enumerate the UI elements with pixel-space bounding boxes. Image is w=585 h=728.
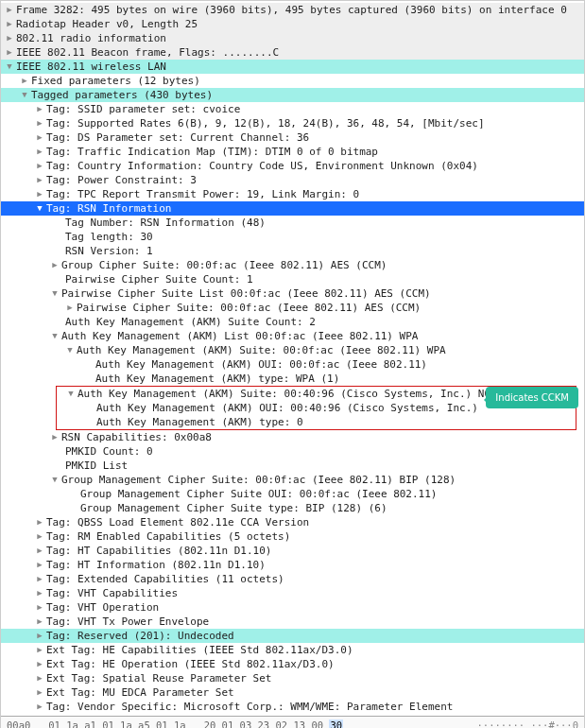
tree-row-akm1-oui[interactable]: Auth Key Management (AKM) OUI: 00:0f:ac … (1, 357, 584, 372)
label: Tag: Supported Rates 6(B), 9, 12(B), 18,… (46, 116, 485, 130)
label: Tag: RSN Information (46, 201, 171, 216)
label: Auth Key Management (AKM) Suite: 00:0f:a… (77, 343, 446, 357)
tree-row-pcslist[interactable]: ▼Pairwise Cipher Suite List 00:0f:ac (Ie… (1, 286, 584, 301)
hex-bytes-b: 20 01 03 23 02 13 00 (204, 719, 323, 728)
label: Radiotap Header v0, Length 25 (16, 17, 198, 31)
tree-row-akm1[interactable]: ▼Auth Key Management (AKM) Suite: 00:0f:… (1, 343, 584, 357)
disclosure-right-icon: ▶ (35, 159, 44, 173)
disclosure-down-icon: ▼ (50, 473, 60, 487)
tree-row-tpc[interactable]: ▶Tag: TPC Report Transmit Power: 19, Lin… (1, 187, 584, 201)
label: Tag: VHT Operation (46, 600, 159, 615)
label: Auth Key Management (AKM) type: 0 (96, 415, 303, 429)
disclosure-down-icon: ▼ (35, 201, 44, 216)
tree-row-power[interactable]: ▶Tag: Power Constraint: 3 (1, 173, 584, 187)
disclosure-right-icon: ▶ (35, 145, 44, 159)
tree-row-radiotap[interactable]: ▶Radiotap Header v0, Length 25 (1, 17, 584, 31)
tree-row-reserved[interactable]: ▶Tag: Reserved (201): Undecoded (1, 629, 584, 643)
disclosure-right-icon: ▶ (20, 74, 29, 88)
label: Auth Key Management (AKM) OUI: 00:0f:ac … (95, 357, 427, 372)
tree-row-vhttx[interactable]: ▶Tag: VHT Tx Power Envelope (1, 615, 584, 629)
tree-row-gmcs-type[interactable]: Group Management Cipher Suite type: BIP … (1, 501, 584, 515)
tree-row-pmkidc[interactable]: PMKID Count: 0 (1, 444, 584, 459)
tree-row-akm2-type[interactable]: Auth Key Management (AKM) type: 0 (57, 415, 576, 429)
tree-row-wlan[interactable]: ▼IEEE 802.11 wireless LAN (1, 60, 584, 74)
tree-row-gcs[interactable]: ▶Group Cipher Suite: 00:0f:ac (Ieee 802.… (1, 258, 584, 272)
tree-row-mu[interactable]: ▶Ext Tag: MU EDCA Parameter Set (1, 685, 584, 700)
disclosure-right-icon: ▶ (35, 173, 44, 187)
hex-bytes-a: 01 1a a1 01 1a a5 01 1a (48, 719, 185, 728)
tree-row-vhtcap[interactable]: ▶Tag: VHT Capabilities (1, 586, 584, 600)
disclosure-right-icon: ▶ (35, 600, 44, 615)
label: Ext Tag: HE Capabilities (IEEE Std 802.1… (46, 643, 353, 657)
label: Tag: TPC Report Transmit Power: 19, Link… (46, 187, 359, 201)
disclosure-right-icon: ▶ (35, 558, 44, 572)
disclosure-down-icon: ▼ (50, 286, 60, 301)
tree-row-htcap[interactable]: ▶Tag: HT Capabilities (802.11n D1.10) (1, 544, 584, 558)
tree-row-rsncaps[interactable]: ▶RSN Capabilities: 0x00a8 (1, 430, 584, 444)
tree-row-taglen[interactable]: Tag length: 30 (1, 230, 584, 244)
label: 802.11 radio information (16, 31, 166, 45)
label: Tag: Country Information: Country Code U… (46, 159, 478, 173)
disclosure-right-icon: ▶ (35, 529, 44, 544)
label: Tag Number: RSN Information (48) (65, 216, 266, 230)
tree-row-spatial[interactable]: ▶Ext Tag: Spatial Reuse Parameter Set (1, 671, 584, 685)
hex-offset: 00a0 (7, 719, 30, 728)
disclosure-right-icon: ▶ (35, 586, 44, 600)
tree-row-akm1-type[interactable]: Auth Key Management (AKM) type: WPA (1) (1, 372, 584, 386)
tree-row-ds[interactable]: ▶Tag: DS Parameter set: Current Channel:… (1, 130, 584, 145)
tree-row-rsnver[interactable]: RSN Version: 1 (1, 244, 584, 258)
tree-row-vendor[interactable]: ▶Tag: Vendor Specific: Microsoft Corp.: … (1, 700, 584, 714)
tree-row-country[interactable]: ▶Tag: Country Information: Country Code … (1, 159, 584, 173)
label: Tag: QBSS Load Element 802.11e CCA Versi… (46, 515, 309, 529)
tree-row-gmcs-oui[interactable]: Group Management Cipher Suite OUI: 00:0f… (1, 487, 584, 501)
hex-pane[interactable]: 00a0 01 1a a1 01 1a a5 01 1a 20 01 03 23… (1, 716, 584, 728)
disclosure-right-icon: ▶ (35, 615, 44, 629)
tree-row-rates[interactable]: ▶Tag: Supported Rates 6(B), 9, 12(B), 18… (1, 116, 584, 130)
label: Fixed parameters (12 bytes) (31, 74, 200, 88)
tree-row-fixed[interactable]: ▶Fixed parameters (12 bytes) (1, 74, 584, 88)
tree-row-tagnum[interactable]: Tag Number: RSN Information (48) (1, 216, 584, 230)
tree-row-heop[interactable]: ▶Ext Tag: HE Operation (IEEE Std 802.11a… (1, 657, 584, 671)
label: Tag: Traffic Indication Map (TIM): DTIM … (46, 145, 378, 159)
tree-row-pcscnt[interactable]: Pairwise Cipher Suite Count: 1 (1, 272, 584, 286)
disclosure-right-icon: ▶ (35, 102, 44, 116)
label: Auth Key Management (AKM) type: WPA (1) (95, 372, 339, 386)
tree-row-vhtop[interactable]: ▶Tag: VHT Operation (1, 600, 584, 615)
tree-row-rsn[interactable]: ▼Tag: RSN Information (1, 201, 584, 216)
tree-row-ext[interactable]: ▶Tag: Extended Capabilities (11 octets) (1, 572, 584, 586)
tree-row-qbss[interactable]: ▶Tag: QBSS Load Element 802.11e CCA Vers… (1, 515, 584, 529)
tree-row-tim[interactable]: ▶Tag: Traffic Indication Map (TIM): DTIM… (1, 145, 584, 159)
label: Tag: Power Constraint: 3 (46, 173, 197, 187)
disclosure-right-icon: ▶ (35, 657, 44, 671)
tree-row-tagged[interactable]: ▼Tagged parameters (430 bytes) (1, 88, 584, 102)
label: Auth Key Management (AKM) List 00:0f:ac … (61, 329, 419, 343)
disclosure-right-icon: ▶ (35, 572, 44, 586)
tree-row-frame[interactable]: ▶Frame 3282: 495 bytes on wire (3960 bit… (1, 3, 584, 17)
label: Group Management Cipher Suite OUI: 00:0f… (80, 487, 438, 501)
label: Pairwise Cipher Suite Count: 1 (65, 272, 253, 286)
label: Tag: DS Parameter set: Current Channel: … (46, 130, 309, 145)
disclosure-right-icon: ▶ (35, 130, 44, 145)
tree-row-ssid[interactable]: ▶Tag: SSID parameter set: cvoice (1, 102, 584, 116)
disclosure-right-icon: ▶ (35, 629, 44, 643)
tree-row-he[interactable]: ▶Ext Tag: HE Capabilities (IEEE Std 802.… (1, 643, 584, 657)
disclosure-right-icon: ▶ (35, 116, 44, 130)
tree-row-akmcnt[interactable]: Auth Key Management (AKM) Suite Count: 2 (1, 315, 584, 329)
tree-row-radio[interactable]: ▶802.11 radio information (1, 31, 584, 45)
tree-row-pcs[interactable]: ▶Pairwise Cipher Suite: 00:0f:ac (Ieee 8… (1, 301, 584, 315)
tree-row-rm[interactable]: ▶Tag: RM Enabled Capabilities (5 octets) (1, 529, 584, 544)
label: Pairwise Cipher Suite List 00:0f:ac (Iee… (61, 286, 431, 301)
label: Tag: Reserved (201): Undecoded (46, 629, 234, 643)
label: Tag: HT Information (802.11n D1.10) (46, 558, 266, 572)
label: Auth Key Management (AKM) Suite: 00:40:9… (77, 387, 503, 401)
label: Frame 3282: 495 bytes on wire (3960 bits… (16, 3, 567, 17)
label: Tag: RM Enabled Capabilities (5 octets) (46, 529, 290, 544)
disclosure-down-icon: ▼ (20, 88, 29, 102)
tree-row-gmcs[interactable]: ▼Group Management Cipher Suite: 00:0f:ac… (1, 473, 584, 487)
tree-row-htinfo[interactable]: ▶Tag: HT Information (802.11n D1.10) (1, 558, 584, 572)
label: Pairwise Cipher Suite: 00:0f:ac (Ieee 80… (77, 301, 421, 315)
disclosure-right-icon: ▶ (5, 45, 14, 60)
tree-row-pmkidl[interactable]: PMKID List (1, 459, 584, 473)
tree-row-beacon[interactable]: ▶IEEE 802.11 Beacon frame, Flags: ......… (1, 45, 584, 60)
tree-row-akmlist[interactable]: ▼Auth Key Management (AKM) List 00:0f:ac… (1, 329, 584, 343)
